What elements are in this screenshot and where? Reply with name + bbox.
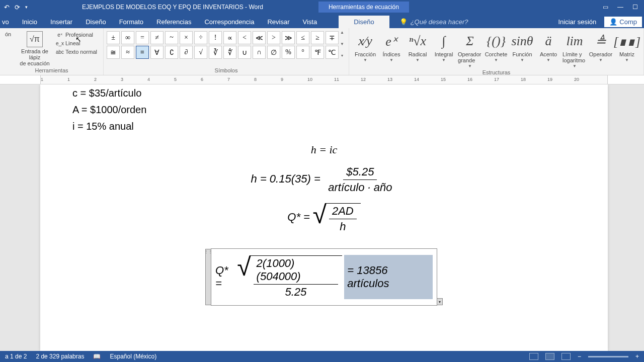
symbol-≫[interactable]: ≫ <box>282 31 295 44</box>
tell-me-search[interactable]: 💡¿Qué desea hacer? <box>394 16 473 28</box>
tab-revisar[interactable]: Revisar <box>261 16 296 28</box>
spellcheck-icon[interactable]: 📖 <box>93 353 101 360</box>
symbol-≥[interactable]: ≥ <box>311 31 324 44</box>
structure-matriz[interactable]: [∎∎]Matriz▼ <box>614 31 640 68</box>
symbol-≅[interactable]: ≅ <box>107 46 120 59</box>
symbol-√[interactable]: √ <box>194 46 207 59</box>
symbol-≠[interactable]: ≠ <box>150 31 164 44</box>
text-line-a[interactable]: A = $1000/orden <box>72 102 576 118</box>
symbol-±[interactable]: ± <box>107 31 120 44</box>
symbols-scroll-up-icon[interactable]: ▲ <box>339 30 346 35</box>
read-mode-button[interactable] <box>529 353 538 360</box>
symbol-×[interactable]: × <box>180 31 193 44</box>
symbol-%[interactable]: % <box>282 46 295 59</box>
symbol-∂[interactable]: ∂ <box>180 46 193 59</box>
ruler-tick: 1 <box>67 77 70 82</box>
ribbon-options-icon[interactable]: ▭ <box>603 4 608 11</box>
symbol-℃[interactable]: ℃ <box>326 46 339 59</box>
tab-diseno-equation[interactable]: Diseño <box>339 16 389 28</box>
symbol-∩[interactable]: ∩ <box>253 46 266 59</box>
ruler-tick: 20 <box>574 77 579 82</box>
tab-insertar[interactable]: Insertar <box>44 16 79 28</box>
structure-función[interactable]: sinθFunción▼ <box>509 31 535 68</box>
undo-icon[interactable]: ↶ <box>4 4 10 11</box>
redo-icon[interactable]: ⟳ <box>15 4 20 11</box>
zoom-slider[interactable] <box>588 356 628 357</box>
body-text-block[interactable]: c = $35/artículo A = $1000/orden i = 15%… <box>72 85 576 134</box>
text-line-i[interactable]: i = 15% anual <box>72 119 576 134</box>
ruler-tick: 13 <box>387 77 392 82</box>
symbol-℉[interactable]: ℉ <box>311 46 324 59</box>
tab-vista[interactable]: Vista <box>296 16 324 28</box>
equation-h-calc[interactable]: h = 0.15(35) = $5.25artículo · año <box>72 165 576 194</box>
active-equation[interactable]: ⋮⋮ Q* = √2(1000)(504000)5.25 = 13856 art… <box>211 248 437 306</box>
equation-options-dropdown[interactable]: ▼ <box>437 298 443 305</box>
zoom-out-button[interactable]: − <box>578 353 581 360</box>
minimize-icon[interactable]: — <box>617 4 623 11</box>
maximize-icon[interactable]: ☐ <box>632 4 638 11</box>
symbol-∅[interactable]: ∅ <box>267 46 280 59</box>
structure-operador[interactable]: ΣOperador grande▼ <box>457 31 483 68</box>
ruler-tick: 5 <box>174 77 177 82</box>
document-page[interactable]: c = $35/artículo A = $1000/orden i = 15%… <box>40 84 608 351</box>
symbol->[interactable]: > <box>267 31 280 44</box>
structure-integral[interactable]: ∫Integral▼ <box>431 31 457 68</box>
structure-operador[interactable]: ≜Operador▼ <box>588 31 614 68</box>
tab-formato[interactable]: Formato <box>113 16 150 28</box>
structure-acento[interactable]: äAcento▼ <box>535 31 561 68</box>
sign-in-link[interactable]: Iniciar sesión <box>552 16 602 28</box>
tab-diseno[interactable]: Diseño <box>79 16 112 28</box>
symbol-∀[interactable]: ∀ <box>150 46 164 59</box>
ribbon-group-herramientas: ón √π Entrada de lápiz de ecuación eˣPro… <box>0 28 104 75</box>
ecuacion-button[interactable]: ón <box>3 29 13 66</box>
symbol-∪[interactable]: ∪ <box>238 46 251 59</box>
symbol-∓[interactable]: ∓ <box>326 31 339 44</box>
text-line-c[interactable]: c = $35/artículo <box>72 85 576 101</box>
language-indicator[interactable]: Español (México) <box>110 353 156 360</box>
symbol-![interactable]: ! <box>209 31 222 44</box>
symbol-≪[interactable]: ≪ <box>253 31 266 44</box>
symbol-~[interactable]: ~ <box>165 31 178 44</box>
symbol-∁[interactable]: ∁ <box>165 46 178 59</box>
print-layout-button[interactable] <box>545 353 554 360</box>
page-indicator[interactable]: a 1 de 2 <box>5 353 27 360</box>
web-layout-button[interactable] <box>561 353 571 360</box>
word-count[interactable]: 2 de 329 palabras <box>36 353 84 360</box>
zoom-in-button[interactable]: + <box>635 353 639 360</box>
lineal-button[interactable]: e_xLineal <box>56 40 97 47</box>
structure-índices[interactable]: eˣÍndices▼ <box>378 31 405 68</box>
equation-h-ic[interactable]: h = ic <box>72 143 576 156</box>
symbols-more-icon[interactable]: ▾ <box>339 53 346 58</box>
texto-normal-button[interactable]: abcTexto normal <box>56 48 97 55</box>
share-button[interactable]: 👤Comp <box>604 17 642 27</box>
symbol-∞[interactable]: ∞ <box>121 31 134 44</box>
tab-inicio[interactable]: Inicio <box>16 16 44 28</box>
ruler-tick: 14 <box>414 77 419 82</box>
symbols-scroll-down-icon[interactable]: ▼ <box>339 42 346 46</box>
symbol-°[interactable]: ° <box>296 46 309 59</box>
structure-fracción[interactable]: x⁄yFracción▼ <box>352 31 378 68</box>
symbol-≡[interactable]: ≡ <box>136 46 149 59</box>
symbol-∜[interactable]: ∜ <box>223 46 236 59</box>
tab-correspondencia[interactable]: Correspondencia <box>198 16 261 28</box>
profesional-button[interactable]: eˣProfesional <box>56 31 97 38</box>
structure-radical[interactable]: ⁿ√xRadical▼ <box>405 31 431 68</box>
ruler-tick: 8 <box>254 77 257 82</box>
symbol-∝[interactable]: ∝ <box>223 31 236 44</box>
tab-partial[interactable]: vo <box>0 16 16 28</box>
horizontal-ruler[interactable]: 11234567891011121314151617181920 <box>0 75 644 84</box>
symbol-≈[interactable]: ≈ <box>121 46 134 59</box>
structure-límite[interactable]: limLímite y logaritmo▼ <box>561 31 588 68</box>
symbol-∛[interactable]: ∛ <box>209 46 222 59</box>
symbol-<[interactable]: < <box>238 31 251 44</box>
qat-more-icon[interactable]: ▾ <box>25 5 28 10</box>
structure-corchete[interactable]: {()}Corchete▼ <box>483 31 509 68</box>
symbol-=[interactable]: = <box>136 31 149 44</box>
entrada-lapiz-button[interactable]: √π Entrada de lápiz de ecuación <box>15 29 54 66</box>
equation-q-formula[interactable]: Q* = √2ADh <box>72 203 576 233</box>
symbol-÷[interactable]: ÷ <box>194 31 207 44</box>
tab-referencias[interactable]: Referencias <box>150 16 198 28</box>
equation-move-handle[interactable]: ⋮⋮ <box>205 249 211 305</box>
bulb-icon: 💡 <box>399 18 408 26</box>
symbol-≤[interactable]: ≤ <box>296 31 309 44</box>
